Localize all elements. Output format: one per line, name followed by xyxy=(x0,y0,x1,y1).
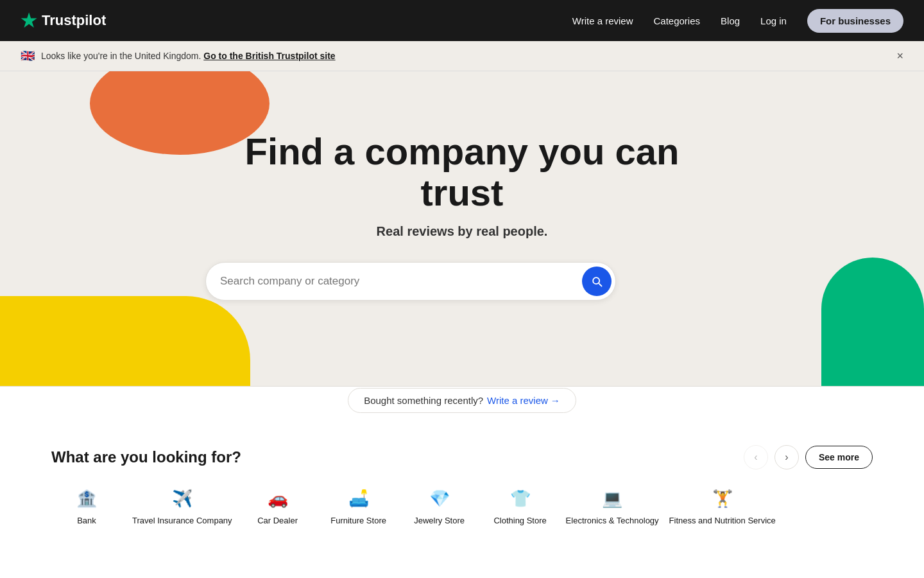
category-icon-fitness: 🏋️ xyxy=(712,487,733,509)
category-item-jewelry-store[interactable]: 💎 Jewelry Store xyxy=(404,487,475,527)
hero-section: Find a company you can trust Real review… xyxy=(0,71,924,386)
categories-list: 🏦 Bank ✈️ Travel Insurance Company 🚗 Car… xyxy=(51,487,873,527)
hero-subtitle: Real reviews by real people. xyxy=(205,224,719,239)
cta-link-text: Write a review xyxy=(487,395,548,406)
category-item-fitness[interactable]: 🏋️ Fitness and Nutrition Service xyxy=(669,487,776,527)
category-item-electronics[interactable]: 💻 Electronics & Technology xyxy=(566,487,659,527)
banner-content: 🇬🇧 Looks like you're in the United Kingd… xyxy=(21,49,336,63)
category-icon-furniture-store: 🛋️ xyxy=(348,487,369,509)
category-icon-car-dealer: 🚗 xyxy=(268,487,288,509)
nav-login[interactable]: Log in xyxy=(760,15,787,26)
category-icon-clothing-store: 👕 xyxy=(510,487,531,509)
hero-title: Find a company you can trust xyxy=(205,131,719,213)
uk-flag-icon: 🇬🇧 xyxy=(21,49,35,63)
nav-categories[interactable]: Categories xyxy=(654,15,701,26)
cta-write-review-link[interactable]: Write a review → xyxy=(487,395,560,406)
brand-name: Trustpilot xyxy=(42,12,106,29)
categories-prev-button[interactable]: ‹ xyxy=(744,445,768,469)
category-item-furniture-store[interactable]: 🛋️ Furniture Store xyxy=(323,487,394,527)
banner-message: Looks like you're in the United Kingdom.… xyxy=(41,51,336,61)
category-icon-bank: 🏦 xyxy=(76,487,97,509)
cta-text: Bought something recently? xyxy=(364,395,483,406)
cta-section: Bought something recently? Write a revie… xyxy=(0,386,924,419)
categories-title: What are you looking for? xyxy=(51,448,241,466)
cta-arrow-icon: → xyxy=(551,395,560,406)
category-icon-electronics: 💻 xyxy=(602,487,622,509)
categories-next-button[interactable]: › xyxy=(774,445,799,469)
nav-write-review[interactable]: Write a review xyxy=(572,15,633,26)
category-label-electronics: Electronics & Technology xyxy=(566,516,659,527)
cta-pill: Bought something recently? Write a revie… xyxy=(348,388,576,413)
navbar-links: Write a review Categories Blog Log in Fo… xyxy=(572,9,903,33)
category-label-furniture-store: Furniture Store xyxy=(330,516,386,527)
category-icon-jewelry-store: 💎 xyxy=(429,487,450,509)
hero-content: Find a company you can trust Real review… xyxy=(205,131,719,301)
british-site-link[interactable]: Go to the British Trustpilot site xyxy=(203,51,335,61)
category-icon-travel-insurance: ✈️ xyxy=(172,487,193,509)
for-businesses-button[interactable]: For businesses xyxy=(807,9,903,33)
category-label-travel-insurance: Travel Insurance Company xyxy=(132,516,232,527)
category-item-travel-insurance[interactable]: ✈️ Travel Insurance Company xyxy=(132,487,232,527)
search-bar xyxy=(205,262,616,301)
nav-blog[interactable]: Blog xyxy=(721,15,740,26)
category-item-car-dealer[interactable]: 🚗 Car Dealer xyxy=(243,487,313,527)
green-blob-decoration xyxy=(821,258,924,386)
category-item-clothing-store[interactable]: 👕 Clothing Store xyxy=(485,487,556,527)
category-label-car-dealer: Car Dealer xyxy=(257,516,298,527)
banner-close-button[interactable]: × xyxy=(896,50,903,62)
navbar: ★ Trustpilot Write a review Categories B… xyxy=(0,0,924,41)
categories-navigation: ‹ › See more xyxy=(744,445,873,469)
category-label-jewelry-store: Jewelry Store xyxy=(414,516,465,527)
category-label-fitness: Fitness and Nutrition Service xyxy=(669,516,776,527)
see-more-button[interactable]: See more xyxy=(805,446,873,469)
search-icon xyxy=(590,275,603,288)
trustpilot-star: ★ xyxy=(21,10,37,31)
categories-header: What are you looking for? ‹ › See more xyxy=(51,445,873,469)
location-banner: 🇬🇧 Looks like you're in the United Kingd… xyxy=(0,41,924,71)
category-item-bank[interactable]: 🏦 Bank xyxy=(51,487,122,527)
banner-main-text: Looks like you're in the United Kingdom. xyxy=(41,51,201,61)
category-label-clothing-store: Clothing Store xyxy=(493,516,546,527)
yellow-blob-decoration xyxy=(0,296,250,386)
categories-section: What are you looking for? ‹ › See more 🏦… xyxy=(0,419,924,552)
category-label-bank: Bank xyxy=(77,516,96,527)
brand-logo[interactable]: ★ Trustpilot xyxy=(21,10,106,31)
search-input[interactable] xyxy=(220,275,582,288)
search-button[interactable] xyxy=(582,267,612,296)
